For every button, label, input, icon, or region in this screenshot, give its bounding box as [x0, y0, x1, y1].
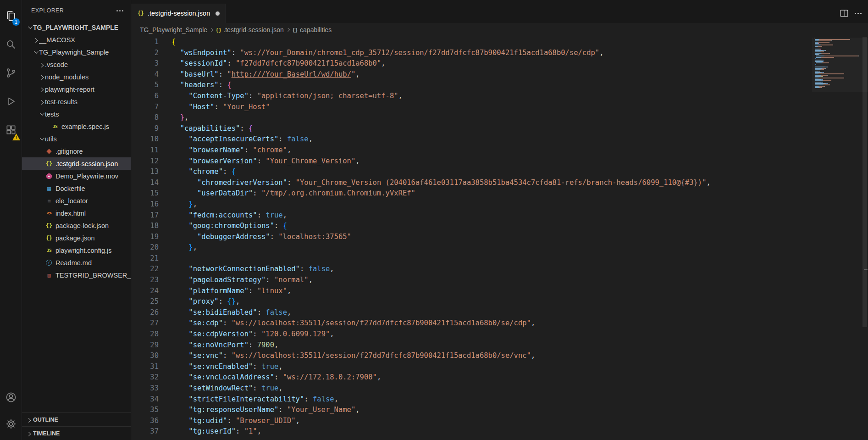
code-line[interactable]: 29 "se:noVncPort": 7900, [131, 340, 868, 351]
code-line[interactable]: 34 "strictFileInteractability": false, [131, 394, 868, 405]
code-line[interactable]: 11 "browserName": "chrome", [131, 145, 868, 156]
activity-item-extensions[interactable]: ! [0, 116, 22, 144]
code-line[interactable]: 13 "chrome": { [131, 167, 868, 178]
code-line[interactable]: 24 "platformName": "linux", [131, 286, 868, 297]
tree-item-readme-md[interactable]: iReadme.md [22, 256, 131, 269]
tree-item-demo-playwrite-mov[interactable]: ▶Demo_Playwrite.mov [22, 170, 131, 182]
code-line[interactable]: 37 "tg:userId": "1", [131, 426, 868, 437]
tree-item-testgrid-browser-set[interactable]: ▤TESTGRID_BROWSER_SET… [22, 269, 131, 281]
code-line[interactable]: 12 "browserVersion": "Your_Chrome_Versio… [131, 156, 868, 167]
code-line[interactable]: 8 }, [131, 112, 868, 123]
code-line[interactable]: 31 "se:vncEnabled": true, [131, 362, 868, 373]
activity-item-accounts[interactable] [0, 384, 22, 411]
split-editor-icon[interactable] [839, 8, 849, 18]
minimap-slider[interactable] [812, 38, 868, 92]
tree-item-node-modules[interactable]: node_modules [22, 71, 131, 83]
code-line[interactable]: 23 "pageLoadStrategy": "normal", [131, 275, 868, 286]
tree-item-index-html[interactable]: <>index.html [22, 207, 131, 219]
activity-item-run-debug[interactable] [0, 87, 22, 116]
tree-item-example-spec-js[interactable]: JSexample.spec.js [22, 120, 131, 133]
code-line[interactable]: 5 "headers": { [131, 80, 868, 91]
code-line[interactable]: 1{ [131, 37, 868, 48]
tree-item-tg-playwright-sample[interactable]: TG_Playwright_Sample [22, 46, 131, 58]
json-file-icon: {} [45, 160, 53, 168]
tree-item-macosx[interactable]: __MACOSX [22, 33, 131, 46]
code-line[interactable]: 17 "fedcm:accounts": true, [131, 210, 868, 221]
tree-item-gitignore[interactable]: .gitignore [22, 145, 131, 157]
vertical-scrollbar[interactable] [862, 37, 868, 440]
code-line[interactable]: 33 "setWindowRect": true, [131, 383, 868, 394]
code-line[interactable]: 32 "se:vncLocalAddress": "ws://172.18.0.… [131, 372, 868, 383]
chevron-right-icon [208, 28, 215, 31]
tree-item-dockerfile[interactable]: ▦Dockerfile [22, 182, 131, 195]
tree-item-tg-playwright-sample[interactable]: TG_PLAYWRIGHT_SAMPLE [22, 21, 131, 33]
code-line[interactable]: 20 }, [131, 242, 868, 253]
tree-item-playwright-config-js[interactable]: JSplaywright.config.js [22, 244, 131, 256]
code-line[interactable]: 26 "se:bidiEnabled": false, [131, 307, 868, 318]
code-line[interactable]: 19 "debuggerAddress": "localhost:37565" [131, 232, 868, 243]
code-line[interactable]: 21 [131, 253, 868, 264]
code-line[interactable]: 7 "Host": "Your_Host" [131, 102, 868, 113]
code-line[interactable]: 30 "se:vnc": "ws://localhost:35511/sessi… [131, 351, 868, 362]
tree-item-utils[interactable]: utils [22, 133, 131, 145]
activity-bar-bottom [0, 384, 22, 440]
tree-item-vscode[interactable]: .vscode [22, 58, 131, 71]
code-line[interactable]: 22 "networkConnectionEnabled": false, [131, 264, 868, 275]
chevron-down-icon [32, 50, 39, 54]
tree-item-package-json[interactable]: {}package.json [22, 232, 131, 244]
code-line[interactable]: 16 }, [131, 199, 868, 210]
code-line[interactable]: 10 "acceptInsecureCerts": false, [131, 134, 868, 145]
activity-item-source-control[interactable] [0, 59, 22, 87]
code-line[interactable]: 28 "se:cdpVersion": "120.0.6099.129", [131, 329, 868, 340]
code-line[interactable]: 2 "wsEndpoint": "ws://Your_Domain/chrome… [131, 48, 868, 59]
code-line[interactable]: 4 "baseUrl": "http:///Your_BaseUrl/wd/hu… [131, 69, 868, 80]
tree-item-ele-locator[interactable]: ≡ele_locator [22, 195, 131, 207]
chevron-right-icon [38, 63, 45, 66]
breadcrumb-item-file[interactable]: .testgrid-session.json [223, 26, 284, 33]
code-line[interactable]: 27 "se:cdp": "ws://localhost:35511/sessi… [131, 318, 868, 329]
line-content: "se:vncEnabled": true, [171, 362, 283, 373]
more-actions-icon[interactable] [854, 11, 862, 16]
code-line[interactable]: 35 "tg:responseUserName": "Your_User_Nam… [131, 405, 868, 416]
symbol-object-icon: {} [292, 27, 298, 33]
timeline-section-header[interactable]: TIMELINE [22, 426, 131, 440]
activity-item-search[interactable] [0, 30, 22, 59]
activity-item-settings[interactable] [0, 411, 22, 437]
line-content: "pageLoadStrategy": "normal", [171, 275, 313, 286]
modified-dot-icon[interactable] [216, 11, 220, 16]
tree-item-label: package.json [55, 234, 94, 242]
code-line[interactable]: 15 "userDataDir": "/tmp/.org.chromium.Ch… [131, 188, 868, 199]
code-editor[interactable]: 1{2 "wsEndpoint": "ws://Your_Domain/chro… [131, 37, 868, 440]
sidebar-header[interactable]: EXPLORER [22, 0, 131, 21]
line-content: "tg:responseUserName": "Your_User_Name", [171, 405, 360, 416]
tree-item-tests[interactable]: tests [22, 108, 131, 120]
code-line[interactable]: 18 "goog:chromeOptions": { [131, 221, 868, 232]
line-number: 24 [131, 286, 171, 297]
line-number: 18 [131, 221, 171, 232]
tree-item-testgrid-session-json[interactable]: {}.testgrid-session.json [22, 157, 131, 170]
line-number: 5 [131, 80, 171, 91]
code-line[interactable]: 9 "capabilities": { [131, 123, 868, 134]
line-content: "Host": "Your_Host" [171, 102, 270, 113]
outline-section-header[interactable]: OUTLINE [22, 412, 131, 426]
line-number: 2 [131, 48, 171, 59]
code-line[interactable]: 6 "Content-Type": "application/json; cha… [131, 91, 868, 102]
scrollbar-thumb[interactable] [862, 37, 867, 327]
minimap[interactable] [814, 38, 862, 440]
file-file-icon: ≡ [45, 197, 53, 205]
more-actions-icon[interactable] [115, 8, 125, 13]
git-file-icon [45, 147, 53, 156]
tree-item-package-lock-json[interactable]: {}package-lock.json [22, 219, 131, 232]
tree-item-test-results[interactable]: test-results [22, 95, 131, 108]
activity-item-explorer[interactable]: 1 [0, 2, 22, 30]
breadcrumb-item-symbol[interactable]: capabilities [300, 26, 332, 33]
tab-testgrid-session-json[interactable]: {} .testgrid-session.json [131, 4, 226, 23]
breadcrumb-item-folder[interactable]: TG_Playwright_Sample [140, 26, 207, 33]
code-line[interactable]: 36 "tg:udid": "Browser_UDID", [131, 416, 868, 427]
code-line[interactable]: 3 "sessionId": "f27dd7dfcfc87b900421f15a… [131, 58, 868, 69]
gear-icon [5, 418, 17, 430]
file-tree: TG_PLAYWRIGHT_SAMPLE__MACOSXTG_Playwrigh… [22, 21, 131, 412]
code-line[interactable]: 25 "proxy": {}, [131, 296, 868, 307]
tree-item-playwright-report[interactable]: playwright-report [22, 83, 131, 95]
code-line[interactable]: 14 "chromedriverVersion": "Your_Chrome_V… [131, 178, 868, 189]
